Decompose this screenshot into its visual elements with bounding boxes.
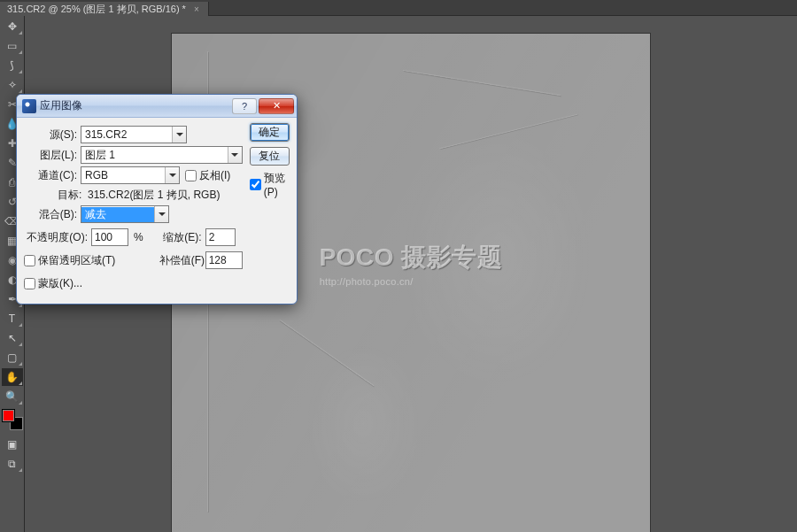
opacity-input[interactable]: 100 xyxy=(91,228,128,246)
path-select-tool[interactable]: ↖ xyxy=(2,329,23,347)
dialog-app-icon xyxy=(22,99,36,113)
blend-value: 减去 xyxy=(81,207,154,222)
dialog-side: 确定 复位 预览(P) xyxy=(243,123,290,295)
opacity-unit: % xyxy=(134,231,143,243)
screenmode-toggle[interactable]: ⧉ xyxy=(2,455,23,473)
scale-label: 缩放(E): xyxy=(159,230,205,245)
marquee-tool[interactable]: ▭ xyxy=(2,37,23,55)
blend-combobox[interactable]: 减去 xyxy=(81,205,169,223)
offset-input[interactable]: 128 xyxy=(205,251,243,269)
dialog-title: 应用图像 xyxy=(40,98,230,113)
blend-label: 混合(B): xyxy=(24,207,81,222)
foreground-color-swatch[interactable] xyxy=(2,409,15,422)
watermark-text: 摄影专题 xyxy=(401,243,502,271)
magic-wand-tool[interactable]: ✧ xyxy=(2,76,23,94)
channel-combobox[interactable]: RGB xyxy=(81,166,180,184)
source-value: 315.CR2 xyxy=(81,128,172,141)
type-tool[interactable]: T xyxy=(2,310,23,328)
channel-label: 通道(C): xyxy=(24,168,81,183)
preserve-transparency-label: 保留透明区域(T) xyxy=(38,253,115,268)
dialog-titlebar[interactable]: 应用图像 ? ✕ xyxy=(17,95,297,118)
help-button[interactable]: ? xyxy=(232,98,257,114)
dialog-main: 源(S): 315.CR2 图层(L): 图层 1 通道(C): RGB xyxy=(24,123,243,295)
shape-tool[interactable]: ▢ xyxy=(2,349,23,366)
invert-checkbox[interactable]: 反相(I) xyxy=(185,168,230,183)
source-combobox[interactable]: 315.CR2 xyxy=(81,126,187,143)
quickmask-toggle[interactable]: ▣ xyxy=(2,436,23,453)
close-tab-icon[interactable]: × xyxy=(194,4,199,14)
layer-label: 图层(L): xyxy=(24,148,81,163)
target-value: 315.CR2(图层 1 拷贝, RGB) xyxy=(88,189,220,201)
preserve-transparency-checkbox[interactable]: 保留透明区域(T) xyxy=(24,251,143,269)
document-tab-bar: 315.CR2 @ 25% (图层 1 拷贝, RGB/16) * × xyxy=(0,0,797,16)
layer-combobox[interactable]: 图层 1 xyxy=(81,146,243,164)
watermark-brand: POCO xyxy=(320,243,394,271)
move-tool[interactable]: ✥ xyxy=(2,18,23,35)
mask-label: 蒙版(K)... xyxy=(38,276,82,291)
invert-checkbox-input[interactable] xyxy=(185,170,197,181)
mask-checkbox[interactable]: 蒙版(K)... xyxy=(24,274,143,292)
document-tab-label: 315.CR2 @ 25% (图层 1 拷贝, RGB/16) * xyxy=(7,4,186,14)
layer-value: 图层 1 xyxy=(81,148,228,163)
reset-button[interactable]: 复位 xyxy=(250,147,290,166)
dropdown-icon xyxy=(154,206,168,222)
source-label: 源(S): xyxy=(24,127,81,143)
offset-label: 补偿值(F): xyxy=(159,253,205,268)
mask-input[interactable] xyxy=(24,278,35,289)
dropdown-icon xyxy=(228,147,242,163)
watermark-url: http://photo.poco.cn/ xyxy=(320,276,503,287)
watermark: POCO 摄影专题 http://photo.poco.cn/ xyxy=(320,241,503,287)
preview-checkbox[interactable]: 预览(P) xyxy=(250,171,290,198)
channel-value: RGB xyxy=(81,169,165,181)
lasso-tool[interactable]: ⟆ xyxy=(2,57,23,74)
target-label: 目标: xyxy=(58,189,81,201)
opacity-label: 不透明度(O): xyxy=(24,230,91,245)
scale-input[interactable]: 2 xyxy=(205,228,236,246)
dropdown-icon xyxy=(165,167,179,183)
invert-label: 反相(I) xyxy=(199,168,230,183)
zoom-tool[interactable]: 🔍 xyxy=(2,388,23,405)
preview-label: 预览(P) xyxy=(264,171,290,198)
preserve-transparency-input[interactable] xyxy=(24,255,35,266)
close-button[interactable]: ✕ xyxy=(259,98,294,114)
apply-image-dialog: 应用图像 ? ✕ 源(S): 315.CR2 图层(L): 图层 1 通道(C) xyxy=(16,94,298,305)
ok-button[interactable]: 确定 xyxy=(250,123,290,142)
color-swatch[interactable] xyxy=(2,409,23,430)
hand-tool[interactable]: ✋ xyxy=(2,368,23,386)
preview-checkbox-input[interactable] xyxy=(250,179,261,190)
dropdown-icon xyxy=(172,127,186,143)
